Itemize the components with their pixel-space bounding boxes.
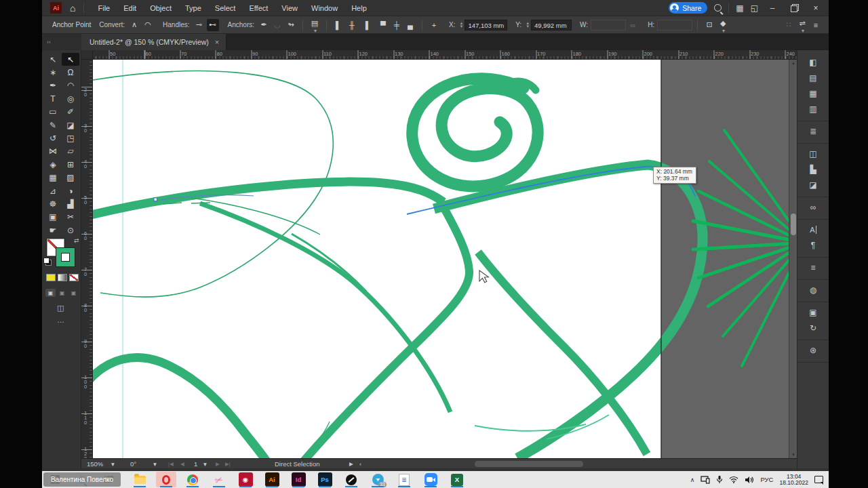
appearance-icon[interactable]: ◆▾	[717, 19, 729, 31]
zoom-chevron-icon[interactable]: ▾	[111, 459, 115, 469]
pen-tool[interactable]: ✒	[44, 79, 62, 92]
vertical-ruler[interactable]: 2 03 04 05 06 07 08 09 01 0 01 1 01 2 0	[81, 60, 93, 458]
default-fill-stroke-icon[interactable]	[43, 258, 50, 264]
shape-builder-tool[interactable]: ◈	[44, 158, 62, 171]
zoom-tool[interactable]: ⊙	[62, 224, 79, 237]
color-swatch-button[interactable]	[46, 274, 56, 281]
close-tab-icon[interactable]: ×	[215, 38, 219, 46]
gradient-swatch-button[interactable]	[58, 274, 67, 281]
menu-select[interactable]: Select	[208, 0, 243, 16]
rotation-select[interactable]: 0°	[130, 459, 136, 469]
stroke-swatch-green[interactable]	[56, 248, 75, 266]
connect-anchor-icon[interactable]: ◡	[271, 19, 283, 31]
clock[interactable]: 13:04 18.10.2022	[779, 474, 808, 486]
taskbar-app-file-explorer[interactable]	[130, 472, 150, 487]
links-panel-icon[interactable]: ∞	[797, 199, 829, 215]
pathfinder-panel-icon[interactable]: ◪	[797, 177, 829, 192]
horizontal-ruler[interactable]: 5060708090100110120130140150160170180190…	[93, 50, 797, 60]
next-artboard-icon[interactable]: ▶	[216, 459, 220, 469]
artboard-number[interactable]: 1	[194, 459, 197, 469]
y-stepper[interactable]: ▲▼	[526, 22, 530, 28]
taskbar-app-pink-app[interactable]: ✂	[209, 472, 229, 487]
zoom-level-select[interactable]: 150%	[87, 459, 103, 469]
reference-point-icon[interactable]: +	[428, 19, 440, 31]
menu-type[interactable]: Type	[178, 0, 208, 16]
taskbar-app-opera[interactable]	[156, 472, 176, 487]
align-middle-icon[interactable]: ╪	[391, 19, 403, 31]
paintbrush-tool[interactable]: ✐	[62, 106, 79, 119]
search-icon[interactable]	[714, 4, 722, 12]
align-panel-icon[interactable]: ▙	[797, 161, 829, 177]
rotation-chevron-icon[interactable]: ▾	[153, 459, 157, 469]
canvas[interactable]: X: 201.64 mm Y: 39.37 mm ▴ ▾	[93, 60, 797, 458]
close-button[interactable]: ×	[808, 3, 823, 13]
free-transform-tool[interactable]: ▱	[62, 145, 79, 158]
taskbar-app-illustrator[interactable]: Ai	[262, 472, 282, 487]
align-bottom-icon[interactable]: ▄	[404, 19, 416, 31]
bounding-box-icon[interactable]: ⊡	[703, 19, 715, 31]
workspace-icon[interactable]: ◱	[751, 3, 758, 13]
minimize-button[interactable]: –	[765, 3, 780, 13]
draw-behind-icon[interactable]: ▣	[57, 289, 67, 297]
color-panel-icon[interactable]: ◧	[797, 54, 829, 70]
none-swatch-button[interactable]	[69, 274, 79, 281]
artboard-chevron-icon[interactable]: ▾	[203, 459, 207, 469]
blend-tool[interactable]: ◑	[62, 184, 79, 197]
taskbar-app-red-app[interactable]: ◉	[235, 472, 256, 487]
lasso-tool[interactable]: Ω	[62, 66, 79, 79]
curvature-tool[interactable]: ◠	[62, 79, 79, 92]
character-panel-icon[interactable]: A	[797, 222, 829, 237]
pencil-tool[interactable]: ✎	[44, 119, 62, 131]
status-play-icon[interactable]: ▶	[349, 459, 353, 469]
x-stepper[interactable]: ▲▼	[459, 22, 463, 28]
menu-window[interactable]: Window	[304, 0, 344, 16]
horizontal-scrollbar-thumb[interactable]	[475, 461, 583, 467]
gradient-tool[interactable]: ▨	[62, 171, 79, 184]
align-left-icon[interactable]: ▌	[332, 19, 344, 31]
gradient-panel-icon[interactable]: ▥	[797, 101, 829, 117]
properties-panel-icon[interactable]: ≣	[797, 123, 829, 139]
y-field[interactable]: 49,992 mm	[531, 20, 572, 30]
first-artboard-icon[interactable]: |◀	[168, 459, 174, 469]
swatches-panel-icon[interactable]: ▦	[797, 85, 829, 101]
eraser-tool[interactable]: ◪	[62, 119, 79, 131]
hide-handles-icon[interactable]: ⊸	[193, 19, 205, 31]
convert-to-corner-icon[interactable]: ∧	[128, 19, 140, 31]
width-tool[interactable]: ⋈	[44, 145, 62, 158]
direct-selection-tool[interactable]: ↖	[62, 53, 79, 66]
link-dimensions-icon[interactable]: ∞	[627, 19, 639, 31]
restore-button[interactable]	[787, 3, 802, 13]
display-icon[interactable]	[701, 476, 710, 484]
menu-edit[interactable]: Edit	[117, 0, 143, 16]
language-indicator[interactable]: РУС	[760, 476, 773, 483]
share-button[interactable]: Share	[669, 2, 707, 14]
symbol-sprayer-tool[interactable]: ☸	[44, 197, 62, 210]
notification-center-icon[interactable]	[814, 476, 823, 483]
document-setup-icon[interactable]: ▤▾	[309, 19, 321, 31]
x-field[interactable]: 147,103 mm	[465, 20, 507, 30]
taskbar-app-word-document[interactable]: ≣	[394, 472, 414, 487]
taskbar-app-zoom-app[interactable]	[420, 472, 441, 487]
screen-mode-icon[interactable]: ◫	[57, 304, 64, 312]
swap-fill-stroke-icon[interactable]: ⇄	[74, 237, 79, 244]
column-graph-tool[interactable]: ▟	[62, 197, 79, 210]
eyedropper-tool[interactable]: ⊿	[44, 184, 62, 197]
taskbar-app-telegram[interactable]: ➤33	[368, 472, 388, 487]
touch-bar-icon[interactable]: ∷	[783, 19, 795, 31]
previous-artboard-icon[interactable]: ◀	[180, 459, 184, 469]
stroke-panel-icon[interactable]: ≡	[797, 260, 829, 275]
vertical-scrollbar[interactable]: ▴ ▾	[789, 60, 797, 458]
align-center-icon[interactable]: ╫	[346, 19, 358, 31]
mesh-tool[interactable]: ▦	[44, 171, 62, 184]
wifi-icon[interactable]	[729, 476, 738, 483]
artboard-tool[interactable]: ▣	[44, 211, 62, 224]
convert-to-smooth-icon[interactable]: ◠	[142, 19, 154, 31]
home-icon[interactable]: ⌂	[70, 3, 75, 14]
menu-file[interactable]: File	[91, 0, 117, 16]
status-back-icon[interactable]: ‹	[359, 459, 361, 469]
edit-toolbar-icon[interactable]: …	[57, 316, 65, 324]
menu-effect[interactable]: Effect	[242, 0, 275, 16]
scale-tool[interactable]: ◳	[62, 131, 79, 144]
rotate-tool[interactable]: ↺	[44, 131, 62, 144]
panel-menu-icon[interactable]: ≡	[810, 19, 822, 31]
